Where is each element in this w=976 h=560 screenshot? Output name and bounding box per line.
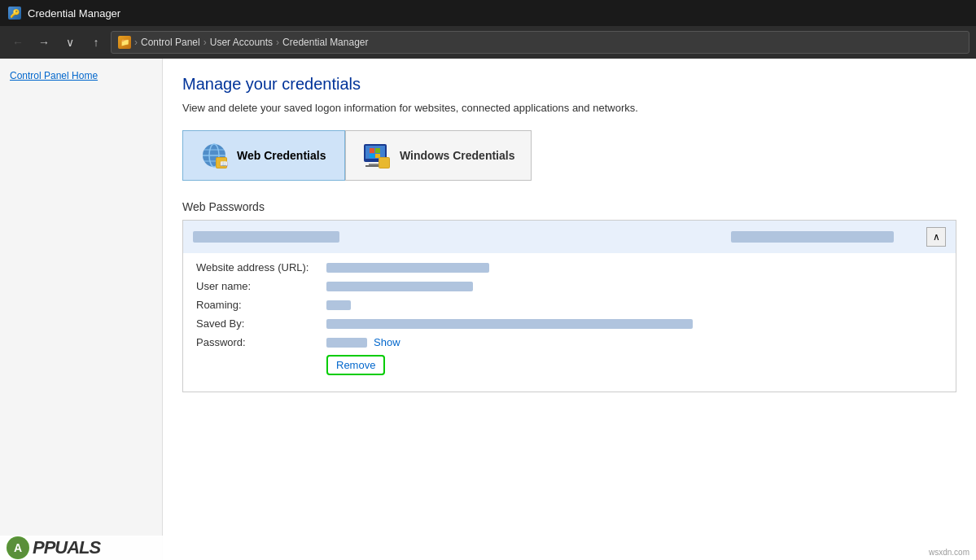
breadcrumb-user-accounts[interactable]: User Accounts — [210, 37, 273, 48]
sidebar-control-panel-home[interactable]: Control Panel Home — [7, 68, 155, 83]
breadcrumb: 📁 › Control Panel › User Accounts › Cred… — [111, 31, 969, 54]
remove-button[interactable]: Remove — [326, 355, 385, 375]
app-title: Credential Manager — [28, 7, 120, 20]
web-credentials-icon: 📖 — [199, 141, 229, 170]
footer: A PPUALS — [0, 536, 976, 560]
expand-button[interactable]: ∧ — [926, 227, 946, 247]
password-row: Password: Show — [196, 336, 943, 348]
entry-date-blurred — [731, 231, 894, 243]
svg-text:A: A — [14, 541, 22, 554]
navbar: ← → ∨ ↑ 📁 › Control Panel › User Account… — [0, 26, 976, 59]
credential-type-row: 📖 Web Credentials — [182, 130, 956, 181]
up-button[interactable]: ↑ — [85, 31, 107, 54]
credential-entry: ∧ Website address (URL): User name: Roam… — [182, 221, 956, 392]
url-value-blurred — [326, 263, 489, 273]
appuals-logo-icon: A — [7, 536, 29, 559]
windows-credentials-label: Windows Credentials — [400, 149, 514, 162]
breadcrumb-control-panel[interactable]: Control Panel — [141, 37, 200, 48]
password-label: Password: — [196, 336, 326, 348]
svg-rect-13 — [375, 148, 380, 153]
appuals-text: PPUALS — [33, 537, 100, 558]
remove-row: Remove — [196, 355, 943, 375]
sidebar: Control Panel Home — [0, 59, 163, 560]
url-row: Website address (URL): — [196, 261, 943, 273]
username-row: User name: — [196, 280, 943, 292]
roaming-value-blurred — [326, 300, 351, 310]
svg-rect-12 — [370, 148, 374, 153]
windows-credentials-icon — [362, 141, 392, 170]
breadcrumb-credential-manager[interactable]: Credential Manager — [282, 37, 368, 48]
saved-by-row: Saved By: — [196, 317, 943, 330]
svg-rect-14 — [370, 154, 374, 158]
web-credentials-label: Web Credentials — [237, 149, 326, 162]
web-credentials-button[interactable]: 📖 Web Credentials — [182, 130, 345, 181]
titlebar: 🔑 Credential Manager — [0, 0, 976, 26]
dropdown-button[interactable]: ∨ — [59, 31, 81, 54]
svg-rect-17 — [379, 158, 389, 168]
content-area: Manage your credentials View and delete … — [163, 59, 976, 560]
credential-entry-header[interactable]: ∧ — [183, 221, 956, 253]
roaming-row: Roaming: — [196, 299, 943, 311]
svg-text:📖: 📖 — [220, 160, 228, 168]
app-icon: 🔑 — [8, 7, 21, 20]
breadcrumb-icon: 📁 — [118, 36, 131, 49]
appuals-logo: A PPUALS — [7, 536, 100, 559]
saved-by-label: Saved By: — [196, 317, 326, 330]
page-title: Manage your credentials — [182, 75, 956, 94]
windows-credentials-button[interactable]: Windows Credentials — [345, 130, 532, 181]
username-label: User name: — [196, 280, 326, 292]
credential-details: Website address (URL): User name: Roamin… — [183, 253, 956, 392]
entry-url-blurred — [193, 231, 339, 243]
username-value-blurred — [326, 282, 473, 291]
web-passwords-title: Web Passwords — [182, 200, 956, 213]
main-layout: Control Panel Home Manage your credentia… — [0, 59, 976, 560]
back-button[interactable]: ← — [7, 31, 29, 54]
password-value-blurred — [326, 338, 367, 348]
show-password-link[interactable]: Show — [374, 336, 400, 348]
forward-button[interactable]: → — [33, 31, 55, 54]
page-description: View and delete your saved logon informa… — [182, 102, 752, 114]
entry-header-right: ∧ — [731, 227, 946, 247]
roaming-label: Roaming: — [196, 299, 326, 311]
watermark: wsxdn.com — [929, 548, 969, 557]
saved-by-value-blurred — [326, 319, 693, 329]
url-label: Website address (URL): — [196, 261, 326, 273]
entry-header-left — [193, 231, 339, 243]
